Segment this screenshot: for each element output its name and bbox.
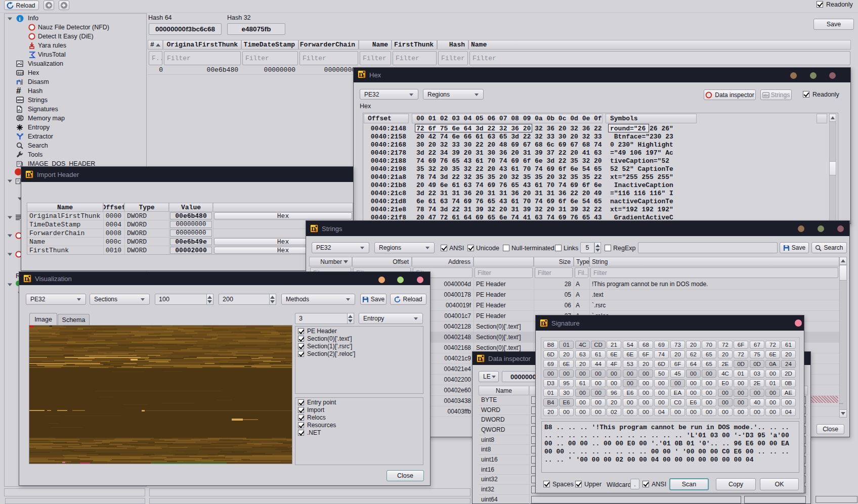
svg-text:abc: abc bbox=[763, 93, 769, 97]
svg-text:abc: abc bbox=[17, 98, 23, 102]
svg-text:e: e bbox=[315, 227, 317, 233]
svg-text:e: e bbox=[362, 73, 364, 78]
svg-text:e: e bbox=[30, 173, 32, 178]
svg-text:e: e bbox=[28, 278, 30, 283]
svg-text:e: e bbox=[544, 322, 546, 327]
svg-text:i: i bbox=[19, 16, 21, 22]
svg-text:0101: 0101 bbox=[17, 72, 24, 75]
svg-text:e: e bbox=[481, 357, 483, 362]
